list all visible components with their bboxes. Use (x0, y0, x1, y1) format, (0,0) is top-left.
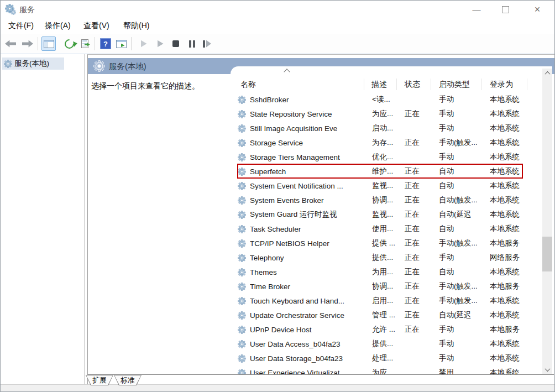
service-name-cell: Superfetch (250, 168, 364, 176)
start-service-button[interactable] (137, 36, 151, 51)
service-logon-cell: 本地服务 (482, 281, 542, 291)
gear-icon (11, 9, 16, 15)
maximize-button[interactable] (496, 1, 515, 18)
service-startup-cell: 自动 (431, 224, 482, 234)
toolbar: ? (1, 34, 554, 54)
service-name-cell: System Events Broker (250, 196, 364, 205)
service-gear-icon (238, 239, 250, 248)
service-startup-cell: 手动(触发... (431, 138, 482, 148)
service-gear-icon (238, 168, 250, 176)
service-gear-icon (238, 110, 250, 118)
service-name-cell: User Data Storage_b04fa23 (250, 354, 364, 363)
service-row[interactable]: Still Image Acquisition Eve启动...手动本地系统 (231, 121, 542, 135)
pause-service-button[interactable] (185, 36, 199, 51)
service-startup-cell: 自动 (431, 181, 482, 191)
service-startup-cell: 手动 (431, 95, 482, 104)
service-row[interactable]: Touch Keyboard and Hand...启用...正在手动(触发..… (231, 294, 542, 308)
service-desc-cell: 维护... (364, 166, 397, 176)
service-row[interactable]: Update Orchestrator Service管理 ...正在自动(延迟… (231, 308, 542, 322)
show-taskpad-button[interactable] (114, 36, 128, 51)
service-logon-cell: 本地系统 (482, 339, 542, 349)
service-gear-icon (238, 311, 250, 320)
service-name-cell: Themes (250, 268, 364, 276)
service-status-cell: 正在 (397, 166, 431, 176)
service-logon-cell: 本地系统 (482, 181, 542, 191)
column-header-logon[interactable]: 登录为 (482, 79, 527, 90)
service-startup-cell: 手动(触发... (431, 296, 482, 306)
service-row[interactable]: Storage Service为存...正在手动(触发...本地系统 (231, 135, 542, 150)
back-button[interactable] (3, 36, 18, 51)
service-name-cell: Time Broker (250, 283, 364, 291)
service-desc-cell: 提供... (364, 339, 397, 349)
vertical-scrollbar[interactable] (542, 69, 552, 374)
forward-button[interactable] (20, 36, 35, 51)
help-button[interactable]: ? (98, 36, 113, 51)
show-tree-button[interactable] (41, 36, 56, 51)
service-row[interactable]: TCP/IP NetBIOS Helper提供 ...正在手动(触发...本地服… (231, 236, 542, 250)
tree-item-services-local[interactable]: 服务(本地) (2, 58, 64, 70)
service-row[interactable]: System Events Broker协调...正在自动(触发...本地系统 (231, 193, 542, 207)
service-desc-cell: 为存... (364, 138, 397, 148)
service-row[interactable]: User Experience Virtualizat为应禁用本地系统 (231, 365, 542, 375)
service-row[interactable]: Task Scheduler使用...正在自动本地系统 (231, 222, 542, 236)
service-row[interactable]: Storage Tiers Management优化...手动本地系统 (231, 150, 542, 164)
service-row[interactable]: UPnP Device Host允许 ...正在手动本地服务 (231, 322, 542, 337)
service-row[interactable]: User Data Access_b04fa23提供...手动本地系统 (231, 337, 542, 351)
scrollbar-thumb[interactable] (542, 237, 552, 271)
service-row[interactable]: System Event Notification ...监视...正在自动本地… (231, 179, 542, 193)
service-status-cell: 正在 (397, 325, 431, 334)
maximize-icon (502, 6, 509, 13)
titlebar: 服务 — × (1, 1, 554, 18)
minimize-button[interactable]: — (467, 1, 486, 18)
gear-icon (238, 153, 246, 161)
service-name-cell: SshdBroker (250, 96, 364, 104)
toolbar-separator (131, 37, 132, 50)
service-gear-icon (238, 153, 250, 161)
service-startup-cell: 手动 (431, 109, 482, 119)
scroll-up-button[interactable] (542, 69, 552, 77)
service-gear-icon (238, 139, 250, 147)
service-status-cell: 正在 (397, 238, 431, 248)
service-row[interactable]: State Repository Service为应...正在手动本地系统 (231, 107, 542, 121)
scroll-down-button[interactable] (542, 365, 552, 374)
service-row[interactable]: User Data Storage_b04fa23处理...手动本地系统 (231, 351, 542, 365)
service-startup-cell: 自动(延迟 (431, 310, 482, 320)
service-gear-icon (238, 326, 250, 334)
export-list-button[interactable] (77, 36, 92, 51)
service-row[interactable]: Telephony提供...正在手动网络服务 (231, 250, 542, 265)
menu-action[interactable]: 操作(A) (45, 21, 71, 31)
service-gear-icon (238, 283, 250, 291)
close-button[interactable]: × (528, 1, 547, 18)
service-name-cell: System Event Notification ... (250, 182, 364, 190)
column-header-desc[interactable]: 描述 (364, 79, 397, 90)
gear-icon (238, 254, 246, 262)
service-logon-cell: 本地系统 (482, 224, 542, 234)
toolbar-separator (95, 37, 95, 50)
refresh-button[interactable] (62, 36, 76, 51)
column-header-status[interactable]: 状态 (397, 79, 431, 90)
service-row[interactable]: SshdBroker<读...手动本地系统 (231, 92, 542, 107)
service-gear-icon (238, 354, 250, 363)
menu-file[interactable]: 文件(F) (8, 21, 34, 31)
service-name-cell: UPnP Device Host (250, 326, 364, 334)
restart-service-button[interactable] (200, 36, 214, 51)
service-row[interactable]: Time Broker协调...正在手动(触发...本地服务 (231, 279, 542, 294)
service-row[interactable]: Themes为用...正在自动本地系统 (231, 265, 542, 279)
column-header-name[interactable]: 名称 (238, 79, 364, 90)
service-row[interactable]: System Guard 运行时监视监视...正在自动(延迟本地系统 (231, 207, 542, 222)
gear-icon (238, 326, 246, 334)
service-gear-icon (238, 268, 250, 276)
service-startup-cell: 手动(触发... (431, 281, 482, 291)
gear-icon (238, 311, 246, 320)
service-desc-cell: 监视... (364, 181, 397, 191)
menu-help[interactable]: 帮助(H) (123, 21, 149, 31)
resume-service-button[interactable] (153, 36, 167, 51)
service-desc-cell: 使用... (364, 224, 397, 234)
service-logon-cell: 本地系统 (482, 123, 542, 133)
service-row[interactable]: Superfetch维护...正在自动本地系统 (231, 164, 542, 179)
menu-view[interactable]: 查看(V) (83, 21, 109, 31)
service-status-cell: 正在 (397, 109, 431, 119)
stop-service-button[interactable] (169, 36, 183, 51)
column-header-startup[interactable]: 启动类型 (431, 79, 482, 90)
service-name-cell: State Repository Service (250, 110, 364, 118)
